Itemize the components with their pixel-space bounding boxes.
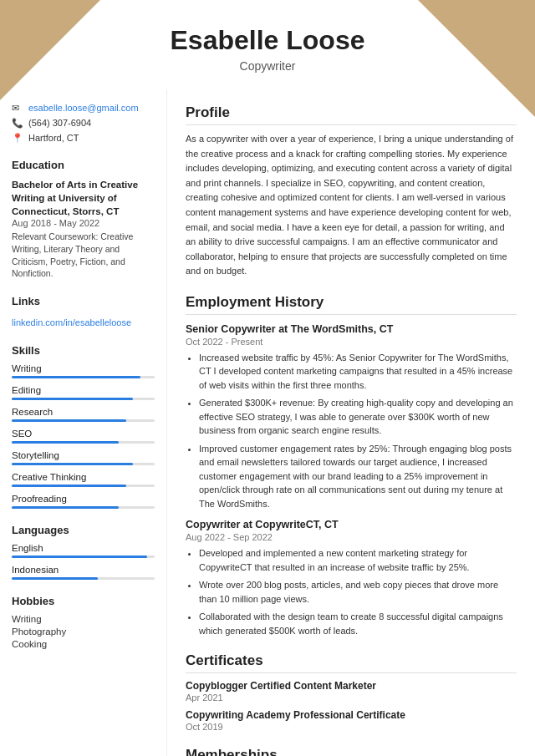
skill-item: Editing xyxy=(12,385,155,400)
languages-section: Languages English Indonesian xyxy=(12,524,155,580)
cert-title: Copyblogger Certified Content Marketer xyxy=(186,680,517,692)
hobby-item: Writing xyxy=(12,614,155,624)
hobby-item: Photography xyxy=(12,627,155,637)
skill-bar-fill xyxy=(12,441,119,444)
employment-section: Employment History Senior Copywriter at … xyxy=(186,294,517,638)
edu-degree: Bachelor of Arts in Creative Writing at … xyxy=(12,178,155,218)
memberships-heading: Memberships xyxy=(186,747,517,756)
language-item: Indonesian xyxy=(12,565,155,580)
languages-list: English Indonesian xyxy=(12,543,155,580)
email-link[interactable]: esabelle.loose@gmail.com xyxy=(28,103,139,113)
skill-bar-bg xyxy=(12,376,155,378)
email-item: ✉ esabelle.loose@gmail.com xyxy=(12,103,155,114)
job-entry: Senior Copywriter at The WordSmiths, CT … xyxy=(186,323,517,511)
languages-heading: Languages xyxy=(12,524,155,536)
education-section: Education Bachelor of Arts in Creative W… xyxy=(12,159,155,280)
language-bar-fill xyxy=(12,556,147,558)
skill-item: SEO xyxy=(12,429,155,444)
main-content: Profile As a copywriter with over a year… xyxy=(167,89,535,756)
skill-label: Editing xyxy=(12,385,155,395)
hobbies-section: Hobbies WritingPhotographyCooking xyxy=(12,595,155,649)
skill-bar-fill xyxy=(12,485,126,487)
skill-item: Creative Thinking xyxy=(12,472,155,487)
bullet-item: Developed and implemented a new content … xyxy=(199,546,517,574)
bullet-item: Improved customer engagement rates by 25… xyxy=(199,442,517,511)
skill-bar-fill xyxy=(12,376,140,378)
location-icon: 📍 xyxy=(12,133,23,144)
skills-section: Skills Writing Editing Research SEO Stor… xyxy=(12,344,155,509)
certificate-item: Copywriting Academy Professional Certifi… xyxy=(186,709,517,732)
profile-section: Profile As a copywriter with over a year… xyxy=(186,104,517,279)
phone-item: 📞 (564) 307-6904 xyxy=(12,118,155,129)
cert-title: Copywriting Academy Professional Certifi… xyxy=(186,709,517,721)
language-label: Indonesian xyxy=(12,565,155,575)
skill-bar-fill xyxy=(12,419,126,422)
profile-text: As a copywriter with over a year of expe… xyxy=(186,132,517,279)
job-title: Senior Copywriter at The WordSmiths, CT xyxy=(186,323,517,335)
certificate-item: Copyblogger Certified Content Marketer A… xyxy=(186,680,517,703)
skill-bar-bg xyxy=(12,441,155,444)
education-heading: Education xyxy=(12,159,155,171)
hobbies-list: WritingPhotographyCooking xyxy=(12,614,155,649)
hobby-item: Cooking xyxy=(12,639,155,649)
certificates-section: Certificates Copyblogger Certified Conte… xyxy=(186,652,517,732)
linkedin-link-item: linkedin.com/in/esabelleloose xyxy=(12,314,155,329)
skill-bar-bg xyxy=(12,419,155,422)
language-item: English xyxy=(12,543,155,558)
skills-heading: Skills xyxy=(12,344,155,357)
language-bar-bg xyxy=(12,577,155,580)
skill-label: Storytelling xyxy=(12,450,155,460)
jobs-list: Senior Copywriter at The WordSmiths, CT … xyxy=(186,323,517,638)
phone-icon: 📞 xyxy=(12,118,23,129)
links-heading: Links xyxy=(12,295,155,307)
skill-label: Writing xyxy=(12,363,155,373)
job-dates: Aug 2022 - Sep 2022 xyxy=(186,532,517,542)
bullet-item: Wrote over 200 blog posts, articles, and… xyxy=(199,578,517,606)
bullet-item: Increased website traffic by 45%: As Sen… xyxy=(199,351,517,393)
links-section: Links linkedin.com/in/esabelleloose xyxy=(12,295,155,329)
sidebar: ✉ esabelle.loose@gmail.com 📞 (564) 307-6… xyxy=(0,89,167,756)
skill-bar-bg xyxy=(12,485,155,487)
edu-dates: Aug 2018 - May 2022 xyxy=(12,218,155,228)
bullet-item: Collaborated with the design team to cre… xyxy=(199,610,517,637)
job-bullets: Increased website traffic by 45%: As Sen… xyxy=(186,351,517,511)
skill-bar-fill xyxy=(12,506,119,509)
bullet-item: Generated $300K+ revenue: By creating hi… xyxy=(199,396,517,438)
email-icon: ✉ xyxy=(12,103,23,114)
skill-label: Proofreading xyxy=(12,494,155,504)
skill-label: Research xyxy=(12,407,155,417)
job-dates: Oct 2022 - Present xyxy=(186,337,517,347)
job-entry: Copywriter at CopywriteCT, CT Aug 2022 -… xyxy=(186,519,517,637)
skill-item: Research xyxy=(12,407,155,422)
skill-label: SEO xyxy=(12,429,155,439)
certificates-list: Copyblogger Certified Content Marketer A… xyxy=(186,680,517,732)
job-bullets: Developed and implemented a new content … xyxy=(186,546,517,637)
skill-bar-fill xyxy=(12,463,133,465)
certificates-heading: Certificates xyxy=(186,652,517,673)
skill-bar-bg xyxy=(12,506,155,509)
resume-container: Esabelle Loose Copywriter ✉ esabelle.loo… xyxy=(0,0,535,756)
memberships-section: Memberships American Writers & Artists I… xyxy=(186,747,517,756)
hobbies-heading: Hobbies xyxy=(12,595,155,607)
phone-value: (564) 307-6904 xyxy=(28,118,91,128)
cert-date: Oct 2019 xyxy=(186,722,517,732)
skill-label: Creative Thinking xyxy=(12,472,155,482)
contact-section: ✉ esabelle.loose@gmail.com 📞 (564) 307-6… xyxy=(12,103,155,144)
language-label: English xyxy=(12,543,155,553)
language-bar-bg xyxy=(12,556,155,558)
skill-bar-bg xyxy=(12,463,155,465)
skill-bar-bg xyxy=(12,398,155,400)
skill-bar-fill xyxy=(12,398,133,400)
edu-coursework: Relevant Coursework: Creative Writing, L… xyxy=(12,231,155,280)
skills-list: Writing Editing Research SEO Storytellin… xyxy=(12,363,155,509)
location-value: Hartford, CT xyxy=(28,133,79,143)
cert-date: Apr 2021 xyxy=(186,693,517,703)
linkedin-link[interactable]: linkedin.com/in/esabelleloose xyxy=(12,317,131,327)
language-bar-fill xyxy=(12,577,98,580)
resume-body: ✉ esabelle.loose@gmail.com 📞 (564) 307-6… xyxy=(0,89,535,756)
skill-item: Storytelling xyxy=(12,450,155,465)
job-title: Copywriter at CopywriteCT, CT xyxy=(186,519,517,530)
location-item: 📍 Hartford, CT xyxy=(12,133,155,144)
employment-heading: Employment History xyxy=(186,294,517,315)
skill-item: Proofreading xyxy=(12,494,155,509)
